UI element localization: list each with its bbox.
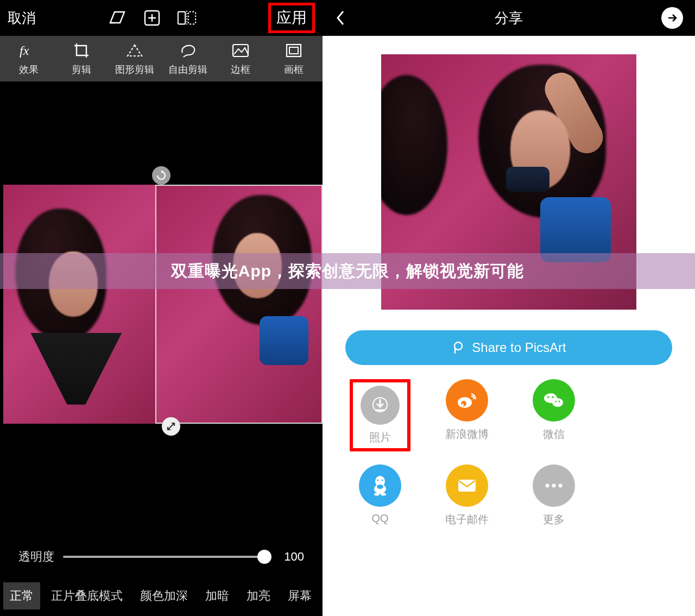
- tool-label: 效果: [19, 63, 39, 76]
- svg-point-13: [552, 398, 563, 407]
- topbar-icons: [108, 8, 197, 28]
- tool-effects[interactable]: fx 效果: [4, 41, 54, 76]
- apply-button[interactable]: 应用: [268, 3, 315, 33]
- apply-label: 应用: [276, 9, 307, 26]
- download-icon: [361, 386, 400, 425]
- share-topbar: 分享: [323, 0, 695, 36]
- svg-point-22: [381, 493, 386, 496]
- tool-frame[interactable]: 画框: [269, 41, 319, 76]
- svg-point-10: [461, 401, 466, 406]
- opacity-label: 透明度: [18, 549, 54, 565]
- editor-topbar: 取消 应用: [0, 0, 323, 36]
- svg-point-14: [547, 396, 549, 398]
- share-item-photos[interactable]: 照片: [350, 379, 410, 451]
- share-item-weibo[interactable]: 新浪微博: [437, 379, 497, 451]
- svg-point-21: [374, 493, 380, 496]
- weibo-icon: [446, 379, 488, 422]
- svg-point-28: [559, 484, 563, 488]
- rotate-handle[interactable]: [152, 166, 170, 185]
- share-item-more[interactable]: 更多: [523, 464, 584, 527]
- tool-label: 剪辑: [72, 63, 91, 76]
- blend-modes: 正常 正片叠底模式 颜色加深 加暗 加亮 屏幕 叠加: [0, 576, 323, 616]
- svg-rect-2: [188, 12, 195, 24]
- share-button-label: Share to PicsArt: [472, 340, 566, 355]
- mode-screen[interactable]: 屏幕: [281, 582, 318, 609]
- photo-left[interactable]: [3, 185, 155, 424]
- share-title: 分享: [495, 9, 523, 28]
- share-item-email[interactable]: 电子邮件: [437, 464, 497, 527]
- svg-rect-5: [287, 45, 301, 56]
- opacity-slider: 透明度 100: [0, 538, 323, 576]
- tool-shape-crop[interactable]: 图形剪辑: [110, 41, 160, 76]
- watermark-banner: 双重曝光App，探索创意无限，解锁视觉新可能: [0, 253, 695, 289]
- frame-icon: [286, 41, 302, 60]
- svg-point-24: [382, 480, 383, 481]
- triangle-dash-icon: [125, 41, 144, 60]
- mode-darken[interactable]: 加暗: [199, 582, 236, 609]
- more-icon: [533, 464, 575, 507]
- share-label: 新浪微博: [445, 427, 489, 442]
- svg-point-15: [552, 396, 554, 398]
- share-label: 更多: [543, 512, 565, 527]
- eraser-icon[interactable]: [108, 8, 127, 28]
- next-button[interactable]: [661, 7, 683, 29]
- svg-point-11: [462, 404, 464, 406]
- back-button[interactable]: [334, 9, 345, 27]
- tool-label: 自由剪辑: [168, 63, 207, 76]
- add-layer-icon[interactable]: [142, 8, 162, 28]
- slider-thumb[interactable]: [257, 550, 271, 564]
- mail-icon: [446, 464, 488, 507]
- svg-rect-1: [178, 12, 185, 24]
- watermark-text: 双重曝光App，探索创意无限，解锁视觉新可能: [171, 260, 524, 282]
- svg-point-27: [552, 484, 556, 488]
- svg-point-20: [377, 485, 383, 489]
- image-icon: [232, 41, 249, 60]
- share-item-wechat[interactable]: 微信: [523, 379, 584, 451]
- mode-lighten[interactable]: 加亮: [240, 582, 277, 609]
- svg-point-17: [559, 401, 560, 403]
- tool-label: 边框: [231, 63, 250, 76]
- wechat-icon: [533, 379, 575, 422]
- mode-normal[interactable]: 正常: [3, 582, 40, 609]
- editor-canvas[interactable]: [0, 81, 323, 538]
- flip-icon[interactable]: [177, 8, 197, 28]
- photo-right-selected[interactable]: [155, 185, 323, 424]
- mode-color-burn[interactable]: 颜色加深: [134, 582, 194, 609]
- svg-point-23: [377, 480, 379, 481]
- editor-panel: 取消 应用 fx 效果 剪辑 图形剪辑: [0, 0, 323, 616]
- qq-icon: [359, 464, 401, 507]
- opacity-value: 100: [277, 550, 304, 564]
- mode-multiply[interactable]: 正片叠底模式: [45, 582, 129, 609]
- scale-handle[interactable]: [162, 417, 180, 436]
- share-to-picsart-button[interactable]: Share to PicsArt: [345, 330, 672, 365]
- tool-label: 画框: [284, 63, 304, 76]
- tool-row: fx 效果 剪辑 图形剪辑 自由剪辑 边框 画框: [0, 36, 323, 81]
- share-item-qq[interactable]: QQ: [350, 464, 410, 527]
- tool-label: 图形剪辑: [115, 63, 154, 76]
- slider-track[interactable]: [63, 556, 268, 558]
- crop-icon: [73, 41, 90, 60]
- svg-rect-6: [289, 47, 298, 54]
- share-label: 照片: [369, 430, 391, 445]
- picsart-icon: [451, 341, 465, 355]
- photo-band: [3, 185, 323, 424]
- svg-point-26: [546, 484, 549, 488]
- tool-border[interactable]: 边框: [216, 41, 266, 76]
- fx-icon: fx: [20, 41, 38, 60]
- svg-text:fx: fx: [20, 43, 29, 58]
- tool-free-crop[interactable]: 自由剪辑: [163, 41, 213, 76]
- share-label: 电子邮件: [445, 512, 489, 527]
- svg-point-16: [555, 401, 557, 403]
- share-label: QQ: [371, 512, 388, 525]
- cancel-button[interactable]: 取消: [8, 9, 36, 28]
- lasso-icon: [179, 41, 197, 60]
- share-grid: 照片 新浪微博 微信 QQ 电子邮件: [323, 379, 695, 527]
- share-label: 微信: [543, 427, 565, 442]
- share-panel: 分享 Share to PicsArt 照片 新浪微博: [323, 0, 695, 616]
- tool-crop[interactable]: 剪辑: [56, 41, 106, 76]
